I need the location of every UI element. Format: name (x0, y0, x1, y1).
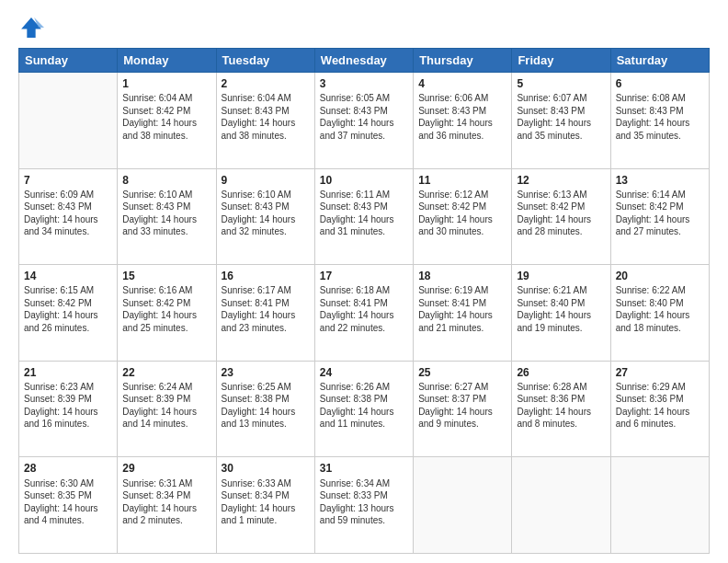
table-row: 29Sunrise: 6:31 AMSunset: 8:34 PMDayligh… (118, 457, 216, 554)
cell-info: Sunrise: 6:10 AMSunset: 8:43 PMDaylight:… (122, 190, 197, 237)
cell-info: Sunrise: 6:13 AMSunset: 8:42 PMDaylight:… (517, 190, 591, 237)
cell-info: Sunrise: 6:12 AMSunset: 8:42 PMDaylight:… (418, 190, 493, 237)
calendar-day-header: Tuesday (216, 49, 314, 73)
calendar-day-header: Saturday (610, 49, 709, 73)
table-row (512, 457, 610, 554)
cell-info: Sunrise: 6:17 AMSunset: 8:41 PMDaylight:… (222, 285, 296, 333)
table-row: 7Sunrise: 6:09 AMSunset: 8:43 PMDaylight… (19, 168, 118, 265)
cell-info: Sunrise: 6:04 AMSunset: 8:43 PMDaylight:… (222, 93, 296, 141)
day-number: 31 (320, 461, 408, 476)
calendar-day-header: Sunday (19, 49, 118, 73)
cell-info: Sunrise: 6:21 AMSunset: 8:40 PMDaylight:… (517, 285, 591, 333)
day-number: 30 (222, 461, 310, 476)
table-row: 2Sunrise: 6:04 AMSunset: 8:43 PMDaylight… (216, 73, 314, 169)
day-number: 20 (616, 269, 704, 283)
calendar-week-row: 7Sunrise: 6:09 AMSunset: 8:43 PMDaylight… (19, 168, 710, 265)
table-row: 30Sunrise: 6:33 AMSunset: 8:34 PMDayligh… (216, 457, 314, 554)
table-row: 8Sunrise: 6:10 AMSunset: 8:43 PMDaylight… (118, 168, 216, 265)
calendar-day-header: Wednesday (314, 49, 413, 73)
day-number: 4 (418, 76, 506, 91)
calendar-week-row: 21Sunrise: 6:23 AMSunset: 8:39 PMDayligh… (19, 361, 710, 457)
table-row (414, 457, 512, 554)
cell-info: Sunrise: 6:29 AMSunset: 8:36 PMDaylight:… (616, 382, 690, 430)
day-number: 2 (222, 76, 310, 91)
table-row: 21Sunrise: 6:23 AMSunset: 8:39 PMDayligh… (19, 361, 118, 457)
table-row: 14Sunrise: 6:15 AMSunset: 8:42 PMDayligh… (19, 265, 118, 362)
day-number: 1 (122, 76, 210, 91)
cell-info: Sunrise: 6:22 AMSunset: 8:40 PMDaylight:… (616, 285, 690, 333)
calendar-day-header: Monday (118, 49, 216, 73)
cell-info: Sunrise: 6:05 AMSunset: 8:43 PMDaylight:… (320, 93, 394, 141)
cell-info: Sunrise: 6:31 AMSunset: 8:34 PMDaylight:… (122, 478, 197, 526)
table-row: 22Sunrise: 6:24 AMSunset: 8:39 PMDayligh… (118, 361, 216, 457)
table-row: 20Sunrise: 6:22 AMSunset: 8:40 PMDayligh… (610, 265, 709, 362)
table-row: 23Sunrise: 6:25 AMSunset: 8:38 PMDayligh… (216, 361, 314, 457)
table-row: 11Sunrise: 6:12 AMSunset: 8:42 PMDayligh… (414, 168, 512, 265)
table-row: 24Sunrise: 6:26 AMSunset: 8:38 PMDayligh… (314, 361, 413, 457)
day-number: 17 (320, 269, 408, 283)
day-number: 28 (24, 461, 112, 476)
day-number: 12 (517, 173, 605, 188)
table-row: 18Sunrise: 6:19 AMSunset: 8:41 PMDayligh… (414, 265, 512, 362)
table-row: 13Sunrise: 6:14 AMSunset: 8:42 PMDayligh… (610, 168, 709, 265)
table-row: 19Sunrise: 6:21 AMSunset: 8:40 PMDayligh… (512, 265, 610, 362)
cell-info: Sunrise: 6:04 AMSunset: 8:42 PMDaylight:… (122, 93, 197, 141)
day-number: 18 (418, 269, 506, 283)
day-number: 3 (320, 76, 408, 91)
day-number: 11 (418, 173, 506, 188)
page-header (18, 15, 710, 40)
table-row: 28Sunrise: 6:30 AMSunset: 8:35 PMDayligh… (19, 457, 118, 554)
day-number: 26 (517, 365, 605, 380)
cell-info: Sunrise: 6:11 AMSunset: 8:43 PMDaylight:… (320, 190, 394, 237)
table-row: 10Sunrise: 6:11 AMSunset: 8:43 PMDayligh… (314, 168, 413, 265)
day-number: 13 (616, 173, 704, 188)
day-number: 25 (418, 365, 506, 380)
table-row: 17Sunrise: 6:18 AMSunset: 8:41 PMDayligh… (314, 265, 413, 362)
svg-marker-0 (21, 17, 41, 38)
day-number: 14 (24, 269, 112, 283)
table-row (610, 457, 709, 554)
table-row: 3Sunrise: 6:05 AMSunset: 8:43 PMDaylight… (314, 73, 413, 169)
cell-info: Sunrise: 6:16 AMSunset: 8:42 PMDaylight:… (122, 285, 197, 333)
table-row: 31Sunrise: 6:34 AMSunset: 8:33 PMDayligh… (314, 457, 413, 554)
table-row: 25Sunrise: 6:27 AMSunset: 8:37 PMDayligh… (414, 361, 512, 457)
table-row: 5Sunrise: 6:07 AMSunset: 8:43 PMDaylight… (512, 73, 610, 169)
day-number: 6 (616, 76, 704, 91)
day-number: 9 (222, 173, 310, 188)
calendar-header-row: SundayMondayTuesdayWednesdayThursdayFrid… (19, 49, 710, 73)
day-number: 15 (122, 269, 210, 283)
table-row: 26Sunrise: 6:28 AMSunset: 8:36 PMDayligh… (512, 361, 610, 457)
table-row: 6Sunrise: 6:08 AMSunset: 8:43 PMDaylight… (610, 73, 709, 169)
cell-info: Sunrise: 6:33 AMSunset: 8:34 PMDaylight:… (222, 478, 296, 526)
day-number: 8 (122, 173, 210, 188)
table-row: 4Sunrise: 6:06 AMSunset: 8:43 PMDaylight… (414, 73, 512, 169)
cell-info: Sunrise: 6:19 AMSunset: 8:41 PMDaylight:… (418, 285, 493, 333)
calendar-week-row: 1Sunrise: 6:04 AMSunset: 8:42 PMDaylight… (19, 73, 710, 169)
day-number: 27 (616, 365, 704, 380)
cell-info: Sunrise: 6:14 AMSunset: 8:42 PMDaylight:… (616, 190, 690, 237)
day-number: 10 (320, 173, 408, 188)
day-number: 19 (517, 269, 605, 283)
cell-info: Sunrise: 6:26 AMSunset: 8:38 PMDaylight:… (320, 382, 394, 430)
calendar-day-header: Thursday (414, 49, 512, 73)
cell-info: Sunrise: 6:07 AMSunset: 8:43 PMDaylight:… (517, 93, 591, 141)
cell-info: Sunrise: 6:25 AMSunset: 8:38 PMDaylight:… (222, 382, 296, 430)
day-number: 21 (24, 365, 112, 380)
calendar-week-row: 28Sunrise: 6:30 AMSunset: 8:35 PMDayligh… (19, 457, 710, 554)
cell-info: Sunrise: 6:27 AMSunset: 8:37 PMDaylight:… (418, 382, 493, 430)
table-row: 12Sunrise: 6:13 AMSunset: 8:42 PMDayligh… (512, 168, 610, 265)
cell-info: Sunrise: 6:15 AMSunset: 8:42 PMDaylight:… (24, 285, 98, 333)
cell-info: Sunrise: 6:06 AMSunset: 8:43 PMDaylight:… (418, 93, 493, 141)
day-number: 22 (122, 365, 210, 380)
calendar-week-row: 14Sunrise: 6:15 AMSunset: 8:42 PMDayligh… (19, 265, 710, 362)
logo-icon (18, 15, 44, 40)
cell-info: Sunrise: 6:24 AMSunset: 8:39 PMDaylight:… (122, 382, 197, 430)
cell-info: Sunrise: 6:09 AMSunset: 8:43 PMDaylight:… (24, 190, 98, 237)
day-number: 5 (517, 76, 605, 91)
day-number: 29 (122, 461, 210, 476)
cell-info: Sunrise: 6:18 AMSunset: 8:41 PMDaylight:… (320, 285, 394, 333)
calendar: SundayMondayTuesdayWednesdayThursdayFrid… (18, 48, 710, 554)
table-row: 1Sunrise: 6:04 AMSunset: 8:42 PMDaylight… (118, 73, 216, 169)
day-number: 24 (320, 365, 408, 380)
logo (18, 15, 48, 40)
